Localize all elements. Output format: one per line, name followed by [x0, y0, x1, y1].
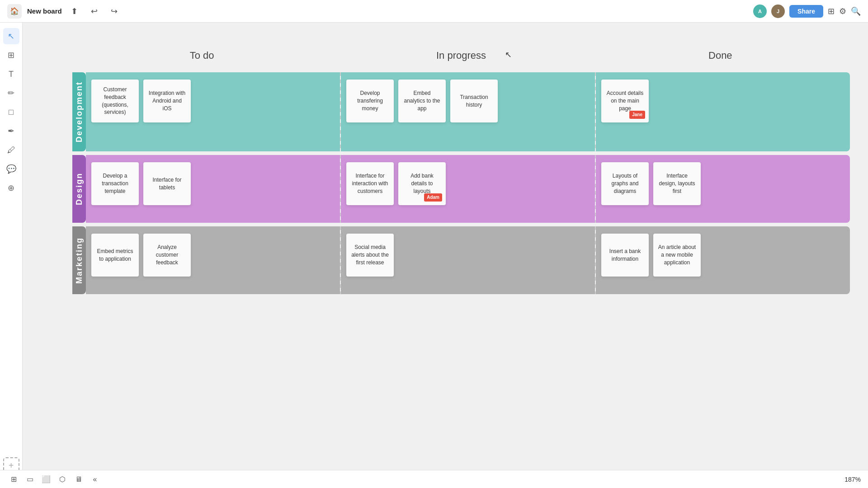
row-development: Development Customer feedback (questions…: [72, 72, 850, 151]
card-analyze-feedback[interactable]: Analyze customer feedback: [143, 234, 191, 277]
tools-icon[interactable]: ⚙: [839, 6, 846, 16]
text-tool[interactable]: T: [3, 66, 19, 82]
topbar: 🏠 New board ⬆ ↩ ↪ A J Share ⊞ ⚙ 🔍: [0, 0, 868, 23]
avatar-user2[interactable]: J: [771, 5, 785, 18]
card-add-bank-details[interactable]: Add bank details to layouts Adam: [398, 162, 446, 205]
tag-jane: Jane: [629, 111, 645, 119]
card-interface-customers[interactable]: Interface for interaction with customers: [346, 162, 394, 205]
card-article-mobile[interactable]: An article about a new mobile applicatio…: [653, 234, 701, 277]
marketing-done: Insert a bank information An article abo…: [596, 226, 850, 294]
design-content: Develop a transaction template Interface…: [86, 155, 850, 223]
marketing-content: Embed metrics to application Analyze cus…: [86, 226, 850, 294]
development-content: Customer feedback (questions, services) …: [86, 72, 850, 151]
card-integration-android[interactable]: Integration with Android and iOS: [143, 80, 191, 122]
card-embed-analytics[interactable]: Embed analytics to the app: [398, 80, 446, 122]
card-transaction-template[interactable]: Develop a transaction template: [91, 162, 139, 205]
search-icon[interactable]: 🔍: [851, 6, 861, 16]
bottom-right: 187%: [844, 476, 861, 483]
card-layouts-graphs[interactable]: Layouts of graphs and diagrams: [601, 162, 649, 205]
col-header-todo: To do: [72, 50, 331, 61]
card-interface-design[interactable]: Interface design, layouts first: [653, 162, 701, 205]
topbar-right: A J Share ⊞ ⚙ 🔍: [753, 5, 861, 18]
label-design: Design: [72, 155, 86, 223]
column-headers: To do In progress Done: [72, 50, 850, 61]
bottom-grid-icon[interactable]: ⊞: [7, 473, 20, 486]
undo-button[interactable]: ↩: [87, 4, 102, 19]
main-canvas: To do In progress Done Development Custo…: [23, 23, 868, 488]
bottom-card-icon[interactable]: ▭: [24, 473, 36, 486]
share-button[interactable]: Share: [789, 5, 823, 18]
card-embed-metrics[interactable]: Embed metrics to application: [91, 234, 139, 277]
tag-adam: Adam: [424, 193, 442, 202]
left-sidebar: ↖ ⊞ T ✏ □ ✒ 🖊 💬 ⊕ +: [0, 23, 23, 488]
avatar-user1[interactable]: A: [753, 5, 767, 18]
chat-tool[interactable]: 💬: [3, 161, 19, 177]
row-design: Design Develop a transaction template In…: [72, 155, 850, 223]
draw-tool[interactable]: ✒: [3, 123, 19, 139]
card-dev-transfering[interactable]: Develop transfering money: [346, 80, 394, 122]
dev-done: Account details on the main page Jane: [596, 72, 850, 151]
col-header-inprogress: In progress: [331, 50, 590, 61]
design-inprogress: Interface for interaction with customers…: [341, 155, 595, 223]
dev-inprogress: Develop transfering money Embed analytic…: [341, 72, 595, 151]
bottom-sticky-icon[interactable]: ⬡: [56, 473, 69, 486]
card-insert-bank[interactable]: Insert a bank information: [601, 234, 649, 277]
marker-tool[interactable]: 🖊: [3, 142, 19, 158]
card-social-media[interactable]: Social media alerts about the first rele…: [346, 234, 394, 277]
card-customer-feedback[interactable]: Customer feedback (questions, services): [91, 80, 139, 122]
redo-button[interactable]: ↪: [107, 4, 122, 19]
upload-button[interactable]: ⬆: [67, 4, 82, 19]
dev-todo: Customer feedback (questions, services) …: [86, 72, 340, 151]
label-development: Development: [72, 72, 86, 151]
design-done: Layouts of graphs and diagrams Interface…: [596, 155, 850, 223]
pen-tool[interactable]: ✏: [3, 85, 19, 101]
marketing-inprogress: Social media alerts about the first rele…: [341, 226, 595, 294]
board-icon[interactable]: ⊞: [828, 6, 835, 16]
card-transaction-history[interactable]: Transaction history: [450, 80, 498, 122]
bottom-collapse-icon[interactable]: «: [89, 473, 101, 486]
marketing-todo: Embed metrics to application Analyze cus…: [86, 226, 340, 294]
zoom-level: 187%: [844, 476, 861, 483]
design-todo: Develop a transaction template Interface…: [86, 155, 340, 223]
layout-tool[interactable]: ⊞: [3, 47, 19, 63]
card-account-details[interactable]: Account details on the main page Jane: [601, 80, 649, 122]
bottom-screen-icon[interactable]: 🖥: [72, 473, 85, 486]
board-area: Development Customer feedback (questions…: [72, 72, 850, 298]
cursor-tool[interactable]: ↖: [3, 28, 19, 44]
col-header-done: Done: [591, 50, 850, 61]
home-button[interactable]: 🏠: [7, 4, 22, 19]
shape-tool[interactable]: □: [3, 104, 19, 120]
bottom-bar: ⊞ ▭ ⬜ ⬡ 🖥 « 187%: [0, 470, 868, 488]
bottom-frame-icon[interactable]: ⬜: [40, 473, 52, 486]
row-marketing: Marketing Embed metrics to application A…: [72, 226, 850, 294]
component-tool[interactable]: ⊕: [3, 180, 19, 196]
card-interface-tablets[interactable]: Interface for tablets: [143, 162, 191, 205]
board-title: New board: [27, 7, 62, 15]
label-marketing: Marketing: [72, 226, 86, 294]
